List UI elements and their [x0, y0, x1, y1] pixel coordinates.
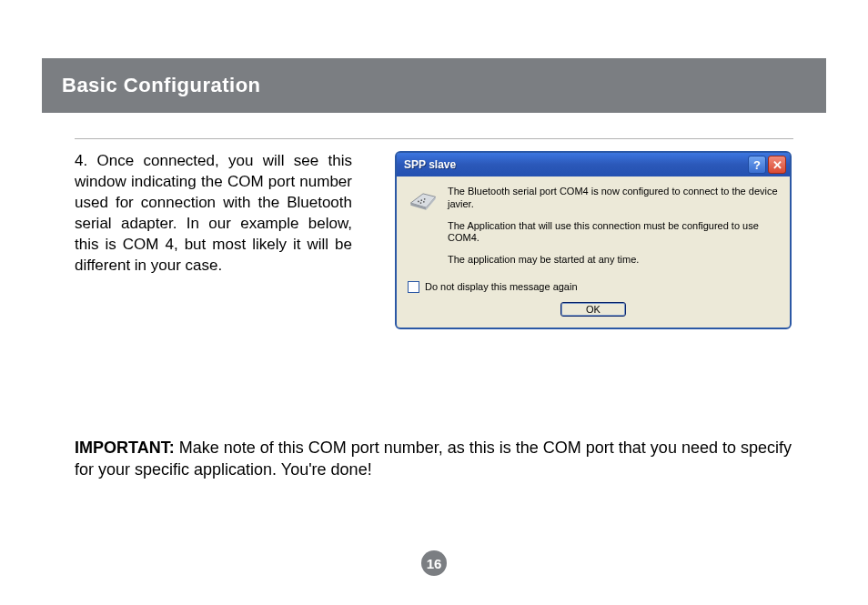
- serial-connector-icon: [408, 186, 439, 211]
- divider: [75, 138, 793, 139]
- manual-page: Basic Configuration 4. Once connected, y…: [0, 0, 868, 605]
- titlebar-help-button[interactable]: ?: [748, 156, 766, 174]
- ok-button[interactable]: OK: [560, 302, 626, 317]
- dialog-line-2: The Application that will use this conne…: [448, 220, 779, 246]
- spp-slave-dialog: SPP slave ? ✕: [395, 151, 792, 329]
- important-text: Make note of this COM port number, as th…: [75, 439, 792, 479]
- svg-point-3: [418, 201, 419, 203]
- dialog-line-3: The application may be started at any ti…: [448, 254, 779, 267]
- svg-point-4: [420, 199, 422, 201]
- dialog-title: SPP slave: [404, 158, 746, 171]
- titlebar-close-button[interactable]: ✕: [768, 156, 786, 174]
- dialog-line-1: The Bluetooth serial port COM4 is now co…: [448, 186, 779, 211]
- svg-point-7: [423, 201, 425, 203]
- important-note: IMPORTANT: Make note of this COM port nu…: [75, 437, 793, 481]
- dialog-titlebar: SPP slave ? ✕: [397, 153, 790, 176]
- svg-point-5: [424, 198, 426, 200]
- help-icon: ?: [753, 158, 761, 172]
- important-label: IMPORTANT:: [75, 439, 179, 457]
- dialog-body: The Bluetooth serial port COM4 is now co…: [397, 176, 790, 328]
- checkbox-label: Do not display this message again: [425, 281, 578, 292]
- header-bar: Basic Configuration: [42, 58, 826, 113]
- suppress-message-checkbox-row[interactable]: Do not display this message again: [408, 281, 779, 293]
- checkbox-icon[interactable]: [408, 281, 419, 293]
- svg-point-6: [420, 202, 422, 204]
- dialog-text-block: The Bluetooth serial port COM4 is now co…: [448, 186, 779, 276]
- page-number: 16: [427, 556, 442, 571]
- page-number-badge: 16: [421, 550, 447, 576]
- close-icon: ✕: [772, 158, 782, 172]
- page-title: Basic Configuration: [62, 74, 261, 97]
- instruction-paragraph: 4. Once connected, you will see this win…: [75, 151, 352, 277]
